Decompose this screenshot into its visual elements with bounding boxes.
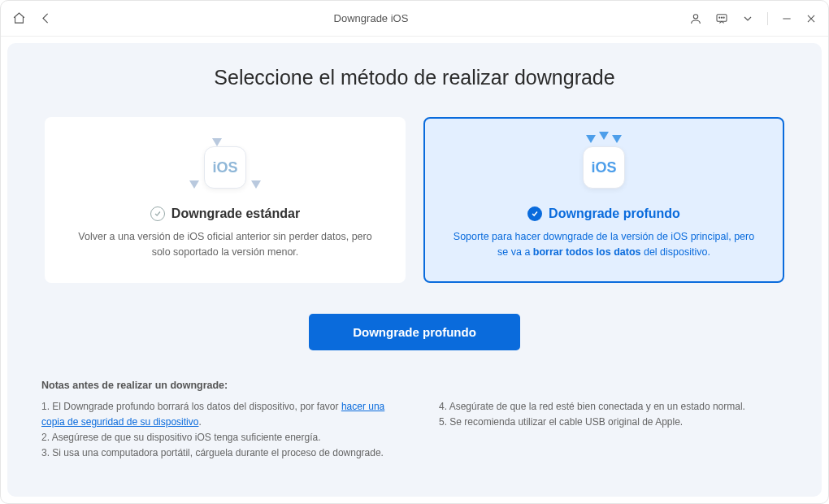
- method-cards: iOS Downgrade estándar Volver a una vers…: [41, 117, 788, 283]
- notes-heading: Notas antes de realizar un downgrade:: [41, 380, 788, 391]
- deep-illustration: iOS: [448, 135, 760, 200]
- note-item: 3. Si usa una computadora portátil, cárg…: [41, 445, 390, 461]
- ios-label: iOS: [212, 159, 237, 176]
- check-icon: [150, 206, 165, 221]
- svg-point-4: [723, 17, 724, 18]
- card-description: Soporte para hacer downgrade de la versi…: [448, 229, 760, 260]
- app-window: Downgrade iOS Seleccione el método de re…: [0, 0, 829, 504]
- arrow-down-icon: [212, 138, 222, 146]
- card-standard-downgrade[interactable]: iOS Downgrade estándar Volver a una vers…: [45, 117, 406, 283]
- deep-downgrade-button[interactable]: Downgrade profundo: [309, 314, 520, 350]
- desc-bold: borrar todos los datos: [533, 246, 641, 258]
- notes-col-right: 4. Asegúrate de que la red esté bien con…: [439, 399, 788, 462]
- action-row: Downgrade profundo: [41, 314, 788, 350]
- check-filled-icon: [527, 206, 542, 221]
- note-item: 5. Se recomienda utilizar el cable USB o…: [439, 415, 788, 430]
- note-text: 1. El Downgrade profundo borrará los dat…: [41, 401, 341, 412]
- note-text: .: [198, 416, 201, 428]
- svg-point-3: [721, 17, 722, 18]
- standard-illustration: iOS: [69, 135, 381, 200]
- svg-point-0: [693, 14, 697, 18]
- arrow-down-icon: [189, 180, 199, 189]
- minimize-icon[interactable]: [781, 13, 792, 24]
- content-area: Seleccione el método de realizar downgra…: [7, 43, 822, 497]
- chevron-down-icon[interactable]: [741, 12, 754, 25]
- card-description: Volver a una versión de iOS oficial ante…: [69, 229, 381, 260]
- card-title: Downgrade estándar: [171, 206, 300, 221]
- note-item: 1. El Downgrade profundo borrará los dat…: [41, 399, 390, 430]
- arrow-down-icon: [599, 132, 609, 140]
- titlebar: Downgrade iOS: [1, 1, 828, 37]
- notes-col-left: 1. El Downgrade profundo borrará los dat…: [41, 399, 390, 462]
- page-title: Seleccione el método de realizar downgra…: [41, 66, 788, 89]
- card-title: Downgrade profundo: [549, 206, 680, 221]
- titlebar-separator: [767, 12, 768, 25]
- close-icon[interactable]: [805, 13, 817, 24]
- note-item: 4. Asegúrate de que la red esté bien con…: [439, 399, 788, 415]
- card-deep-downgrade[interactable]: iOS Downgrade profundo Soporte para hace…: [423, 117, 784, 283]
- back-icon[interactable]: [39, 11, 53, 25]
- feedback-icon[interactable]: [715, 12, 728, 25]
- arrow-down-icon: [251, 180, 261, 189]
- arrow-down-icon: [612, 135, 622, 143]
- window-title: Downgrade iOS: [53, 12, 689, 24]
- svg-point-2: [719, 17, 720, 18]
- arrow-down-icon: [586, 135, 596, 143]
- home-icon[interactable]: [12, 11, 26, 25]
- note-item: 2. Asegúrese de que su dispositivo iOS t…: [41, 430, 390, 445]
- ios-label: iOS: [591, 159, 616, 176]
- user-icon[interactable]: [689, 12, 702, 25]
- notes-section: Notas antes de realizar un downgrade: 1.…: [41, 380, 788, 462]
- desc-text: del dispositivo.: [640, 246, 710, 258]
